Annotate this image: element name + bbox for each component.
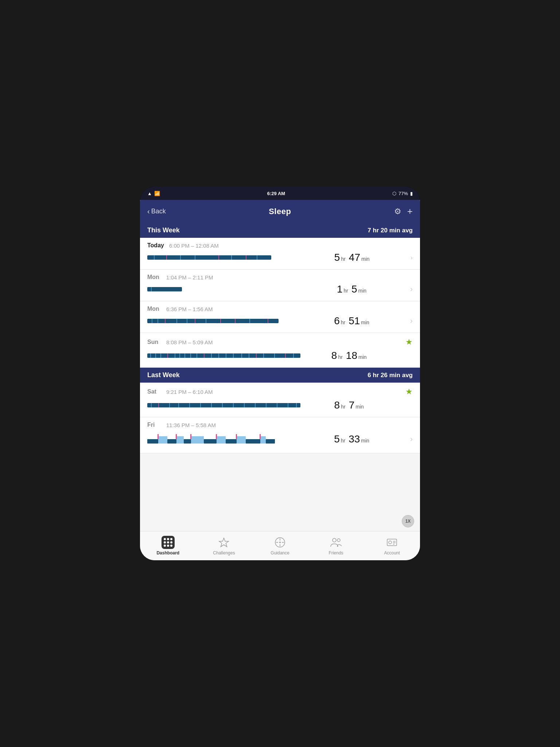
add-icon[interactable]: +	[407, 206, 413, 217]
min-label: min	[358, 354, 367, 360]
wifi-icon: 📶	[154, 191, 160, 196]
svg-rect-2	[184, 439, 191, 444]
chevron-right-icon: ›	[411, 254, 413, 262]
dashboard-dot	[167, 541, 169, 543]
min-label: min	[361, 438, 369, 444]
signal-icon: ▲	[147, 191, 152, 196]
sleep-entry-today[interactable]: Today 6:00 PM – 12:08 AM	[140, 238, 420, 270]
entry-day: Fri	[147, 422, 161, 428]
svg-point-26	[332, 538, 336, 542]
svg-rect-14	[176, 434, 177, 439]
entry-header: Sun 8:08 PM – 5:09 AM ★	[147, 337, 413, 347]
min-label: min	[355, 404, 364, 410]
sleep-bar-today	[147, 252, 293, 263]
nav-label-friends: Friends	[329, 550, 343, 556]
min-label: min	[361, 320, 369, 325]
entry-day-time: Mon 6:36 PM – 1:56 AM	[147, 306, 213, 312]
last-week-label: Last Week	[147, 371, 180, 379]
page-title: Sleep	[269, 207, 291, 216]
star-icon: ★	[405, 387, 413, 396]
entry-duration-mon1: 1 hr 5 min	[337, 283, 366, 295]
minutes: 33	[349, 433, 360, 445]
sleep-entry-sun[interactable]: Sun 8:08 PM – 5:09 AM ★	[140, 333, 420, 368]
entry-day-time: Mon 1:04 PM – 2:11 PM	[147, 274, 213, 280]
svg-rect-10	[217, 436, 226, 444]
star-outline-icon	[218, 537, 230, 548]
hours: 1	[337, 283, 343, 295]
nav-item-challenges[interactable]: Challenges	[196, 536, 252, 556]
svg-point-29	[389, 541, 392, 544]
nav-item-guidance[interactable]: Guidance	[252, 536, 308, 556]
min-label: min	[358, 288, 367, 294]
this-week-header: This Week 7 hr 20 min avg	[140, 223, 420, 238]
dashboard-dot	[164, 538, 166, 540]
nav-item-dashboard[interactable]: Dashboard	[140, 536, 196, 556]
hr-label: hr	[341, 256, 345, 262]
svg-rect-9	[191, 436, 204, 444]
entry-duration-sat: 8 hr 7 min	[334, 399, 364, 411]
sleep-entry-fri[interactable]: Fri 11:36 PM – 5:58 AM	[140, 417, 420, 453]
dashboard-dot	[170, 545, 172, 547]
svg-marker-19	[219, 538, 229, 547]
hr-label: hr	[341, 320, 345, 325]
back-chevron-icon: ‹	[147, 207, 150, 216]
nav-item-account[interactable]: Account	[364, 536, 420, 556]
dashboard-dot	[170, 538, 172, 540]
hours: 8	[331, 350, 337, 361]
entry-day: Mon	[147, 306, 161, 312]
min-label: min	[361, 256, 370, 262]
bottom-nav: Dashboard Challenges	[140, 531, 420, 560]
sleep-track	[147, 255, 271, 260]
friends-people-icon	[330, 537, 343, 548]
back-label: Back	[151, 208, 166, 215]
dashboard-icon	[162, 536, 175, 549]
settings-icon[interactable]: ⚙	[394, 207, 401, 216]
svg-rect-18	[260, 434, 261, 439]
entry-duration-today: 5 hr 47 min	[334, 252, 370, 263]
status-left: ▲ 📶	[147, 191, 160, 196]
entry-day: Sat	[147, 388, 161, 395]
svg-rect-0	[147, 439, 158, 444]
svg-rect-11	[237, 436, 246, 444]
nav-label-account: Account	[384, 550, 400, 556]
entry-time-range: 6:00 PM – 12:08 AM	[169, 243, 219, 249]
sleep-bar-mon1	[147, 284, 293, 294]
minutes: 51	[349, 315, 360, 327]
last-week-header: Last Week 6 hr 26 min avg	[140, 368, 420, 383]
this-week-avg: 7 hr 20 min avg	[368, 227, 413, 234]
sleep-entry-mon2[interactable]: Mon 6:36 PM – 1:56 AM	[140, 301, 420, 333]
entry-time-range: 9:21 PM – 6:10 AM	[166, 389, 213, 395]
status-time: 6:29 AM	[267, 191, 285, 196]
svg-rect-15	[190, 434, 191, 439]
entry-day-time: Sun 8:08 PM – 5:09 AM	[147, 339, 213, 345]
sleep-entry-mon1[interactable]: Mon 1:04 PM – 2:11 PM 1 hr 5 min	[140, 270, 420, 301]
status-right: ⬡ 77% ▮	[392, 191, 413, 196]
back-button[interactable]: ‹ Back	[147, 208, 166, 216]
nav-item-friends[interactable]: Friends	[308, 536, 364, 556]
svg-rect-12	[260, 436, 266, 444]
entry-day: Mon	[147, 274, 161, 280]
entry-day-time: Fri 11:36 PM – 5:58 AM	[147, 422, 216, 428]
entry-day: Sun	[147, 339, 161, 345]
minutes: 5	[351, 283, 357, 295]
entry-header: Mon 1:04 PM – 2:11 PM	[147, 274, 413, 280]
hr-label: hr	[338, 354, 342, 360]
dashboard-dot	[164, 541, 166, 543]
sleep-track	[147, 287, 182, 291]
account-icon	[385, 536, 398, 549]
hr-label: hr	[341, 404, 345, 410]
sleep-track	[147, 403, 300, 407]
dashboard-dot	[164, 545, 166, 547]
zoom-badge[interactable]: 1X	[402, 515, 414, 527]
svg-rect-6	[266, 439, 275, 444]
svg-rect-3	[204, 439, 217, 444]
device-frame: ▲ 📶 6:29 AM ⬡ 77% ▮ ‹ Back Sleep ⚙ +	[140, 187, 420, 560]
nav-label-challenges: Challenges	[213, 550, 235, 556]
star-icon: ★	[405, 337, 413, 347]
entry-header: Today 6:00 PM – 12:08 AM	[147, 242, 413, 249]
sleep-bar-fri	[147, 432, 293, 446]
sleep-entry-sat[interactable]: Sat 9:21 PM – 6:10 AM ★	[140, 383, 420, 417]
svg-rect-4	[226, 439, 237, 444]
dashboard-dot	[167, 545, 169, 547]
hr-label: hr	[341, 438, 345, 444]
